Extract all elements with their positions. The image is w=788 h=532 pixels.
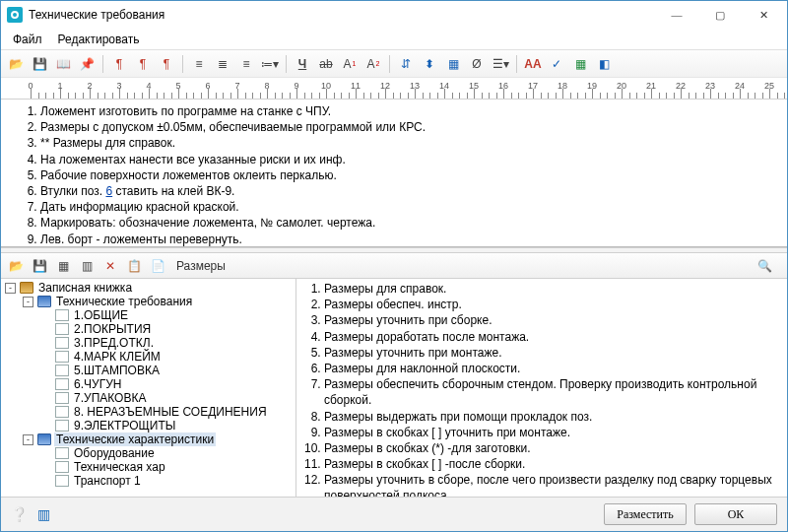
tree-leaf[interactable]: 1.ОБЩИЕ xyxy=(1,308,296,322)
font-aa-icon[interactable]: AA xyxy=(522,53,544,75)
save-icon[interactable]: 💾 xyxy=(29,53,50,75)
phrase-item[interactable]: Размеры в скобках (*) -для заготовки. xyxy=(324,440,779,456)
phrase-list-pane[interactable]: Размеры для справок.Размеры обеспеч. инс… xyxy=(296,279,787,497)
phrase-item[interactable]: Размеры в скобках [ ] -после сборки. xyxy=(324,456,779,472)
tree-leaf[interactable]: Оборудование xyxy=(1,446,296,460)
column-1-icon[interactable]: ¶ xyxy=(108,53,130,75)
tree-toggle[interactable]: - xyxy=(23,297,33,307)
tree-leaf[interactable]: 2.ПОКРЫТИЯ xyxy=(1,322,296,336)
phrase-item[interactable]: Размеры в скобках [ ] уточнить при монта… xyxy=(324,425,779,440)
lib-paste-icon[interactable]: 📄 xyxy=(147,255,168,277)
ok-button[interactable]: ОК xyxy=(694,503,777,525)
tree-leaf[interactable]: 7.УПАКОВКА xyxy=(1,391,296,405)
pin-icon[interactable]: 📌 xyxy=(76,53,98,75)
lib-save-icon[interactable]: 💾 xyxy=(29,255,50,277)
editor-line[interactable]: Маркировать: обозначение ложемента, № са… xyxy=(40,215,777,231)
ic-page-icon xyxy=(55,447,69,459)
view-icon[interactable]: ◧ xyxy=(593,53,615,75)
tree-leaf[interactable]: Транспорт 1 xyxy=(1,474,296,488)
tree-toggle xyxy=(40,407,51,418)
titlebar: Технические требования — ▢ ✕ xyxy=(1,1,787,29)
editor-line[interactable]: Ложемент изготовить по программе на стан… xyxy=(40,103,777,119)
tree-pane[interactable]: -Записная книжка-Технические требования1… xyxy=(1,279,296,497)
editor-area[interactable]: Ложемент изготовить по программе на стан… xyxy=(1,100,787,247)
symbol-2-icon[interactable]: ⬍ xyxy=(419,53,440,75)
phrase-item[interactable]: Размеры обеспеч. инстр. xyxy=(324,297,779,312)
maximize-button[interactable]: ▢ xyxy=(698,2,742,28)
ic-book-icon xyxy=(20,282,33,294)
tree-node-tech-char[interactable]: -Технические характеристики xyxy=(1,432,296,446)
lib-add-icon[interactable]: ▦ xyxy=(52,255,74,277)
editor-line[interactable]: Дать информацию красной краской. xyxy=(40,199,777,215)
tree-label: Транспорт 1 xyxy=(72,474,143,488)
strike-icon[interactable]: ab xyxy=(315,53,337,75)
ic-book-blue-icon xyxy=(37,433,51,445)
editor-line[interactable]: Размеры с допуском ±0.05мм, обеспечиваем… xyxy=(40,119,777,135)
menu-file[interactable]: Файл xyxy=(5,31,50,48)
editor-line[interactable]: На ложементах нанести все указанные риск… xyxy=(40,152,777,167)
tree-label: Технические характеристики xyxy=(54,432,216,446)
ic-page-icon xyxy=(55,392,69,404)
tree-toggle xyxy=(40,338,51,349)
lib-delete-icon[interactable]: ✕ xyxy=(99,255,121,277)
tree-toggle[interactable]: - xyxy=(5,283,16,294)
lib-open-icon[interactable]: 📂 xyxy=(5,255,27,277)
phrase-item[interactable]: Размеры уточнить при монтаже. xyxy=(324,345,779,361)
list-icon[interactable]: ≔▾ xyxy=(259,53,281,75)
editor-line[interactable]: Лев. борт - ложементы перевернуть. xyxy=(40,232,777,247)
book-icon[interactable]: 📖 xyxy=(52,53,74,75)
symbol-4-icon[interactable]: Ø xyxy=(466,53,488,75)
lib-add2-icon[interactable]: ▥ xyxy=(76,255,98,277)
tree-label: Технические требования xyxy=(54,295,194,308)
minimize-button[interactable]: — xyxy=(655,2,698,28)
roughness-icon[interactable]: ✓ xyxy=(546,53,567,75)
align-center-icon[interactable]: ≣ xyxy=(212,53,233,75)
symbol-5-icon[interactable]: ☰▾ xyxy=(490,53,511,75)
tree-toggle[interactable]: - xyxy=(23,434,33,445)
position-link[interactable]: 6 xyxy=(105,184,112,198)
separator xyxy=(389,55,390,73)
tree-leaf[interactable]: 5.ШТАМПОВКА xyxy=(1,364,296,377)
underline-icon[interactable]: Ч xyxy=(292,53,313,75)
phrase-item[interactable]: Размеры для наклонной плоскости. xyxy=(324,361,779,376)
editor-line[interactable]: Рабочие поверхности ложементов оклеить п… xyxy=(40,167,777,183)
tree-toggle xyxy=(40,310,51,321)
tree-label: 2.ПОКРЫТИЯ xyxy=(72,322,153,336)
editor-line[interactable]: ** Размеры для справок. xyxy=(40,135,777,151)
tree-leaf[interactable]: 3.ПРЕД.ОТКЛ. xyxy=(1,336,296,350)
phrase-item[interactable]: Размеры выдержать при помощи прокладок п… xyxy=(324,409,779,425)
open-icon[interactable]: 📂 xyxy=(5,53,27,75)
align-left-icon[interactable]: ≡ xyxy=(188,53,210,75)
tree-leaf[interactable]: 6.ЧУГУН xyxy=(1,377,296,391)
phrase-item[interactable]: Размеры обеспечить сборочным стендом. Пр… xyxy=(324,376,779,408)
tree-leaf[interactable]: 8. НЕРАЗЪЕМНЫЕ СОЕДИНЕНИЯ xyxy=(1,405,296,419)
column-3-icon[interactable]: ¶ xyxy=(156,53,177,75)
symbol-1-icon[interactable]: ⇵ xyxy=(395,53,417,75)
superscript-icon[interactable]: A1 xyxy=(339,53,361,75)
phrase-item[interactable]: Размеры уточнить в сборе, после чего про… xyxy=(324,472,779,497)
tree-root[interactable]: -Записная книжка xyxy=(1,281,296,295)
search-icon[interactable]: 🔍 xyxy=(754,255,775,277)
lib-copy-icon[interactable]: 📋 xyxy=(123,255,145,277)
ruler[interactable]: 0123456789101112131415161718192021222324… xyxy=(1,78,787,100)
menu-edit[interactable]: Редактировать xyxy=(50,31,148,48)
phrase-item[interactable]: Размеры для справок. xyxy=(324,281,779,297)
phrase-item[interactable]: Размеры уточнить при сборке. xyxy=(324,312,779,328)
tree-leaf[interactable]: Техническая хар xyxy=(1,460,296,474)
close-button[interactable]: ✕ xyxy=(742,2,785,28)
editor-line[interactable]: Втулки поз. 6 ставить на клей ВК-9. xyxy=(40,183,777,199)
tree-leaf[interactable]: 9.ЭЛЕКТРОЩИТЫ xyxy=(1,419,296,432)
tree-leaf[interactable]: 4.МАРК КЛЕЙМ xyxy=(1,350,296,364)
column-2-icon[interactable]: ¶ xyxy=(132,53,154,75)
tree-toggle xyxy=(40,448,51,459)
phrase-item[interactable]: Размеры доработать после монтажа. xyxy=(324,329,779,345)
tree-toggle xyxy=(40,366,51,376)
place-button[interactable]: Разместить xyxy=(604,503,687,525)
subscript-icon[interactable]: A2 xyxy=(362,53,384,75)
tree-node-tech-req[interactable]: -Технические требования xyxy=(1,295,296,308)
table-icon[interactable]: ▦ xyxy=(569,53,591,75)
align-justify-icon[interactable]: ≡ xyxy=(235,53,257,75)
settings-icon[interactable]: ▥ xyxy=(37,506,50,522)
symbol-3-icon[interactable]: ▦ xyxy=(442,53,464,75)
help-icon[interactable]: ❔ xyxy=(11,506,28,522)
